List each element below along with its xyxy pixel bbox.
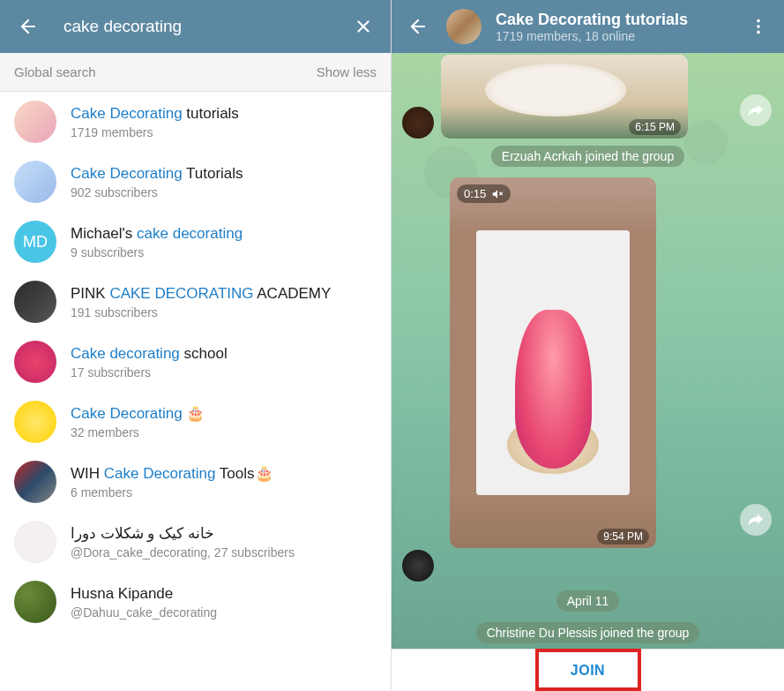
result-title: Husna Kipande bbox=[71, 584, 377, 604]
search-result-item[interactable]: Cake Decorating 🎂32 members bbox=[0, 392, 391, 452]
result-avatar bbox=[14, 161, 56, 203]
search-result-item[interactable]: MDMichael's cake decorating9 subscribers bbox=[0, 212, 391, 272]
result-title: Cake decorating school bbox=[71, 344, 377, 364]
result-subtitle: @Dahuu_cake_decorating bbox=[71, 605, 377, 620]
svg-point-1 bbox=[757, 25, 760, 28]
service-message: Christine Du Plessis joined the group bbox=[392, 617, 784, 649]
result-subtitle: @Dora_cake_decorating, 27 subscribers bbox=[71, 545, 377, 560]
join-button[interactable]: JOIN bbox=[571, 663, 605, 679]
search-result-item[interactable]: Cake Decorating Tutorials902 subscribers bbox=[0, 152, 391, 212]
result-subtitle: 902 subscribers bbox=[71, 185, 377, 199]
date-separator: April 11 bbox=[392, 585, 784, 617]
more-button[interactable] bbox=[745, 13, 772, 40]
result-title: WIH Cake Decorating Tools🎂 bbox=[71, 464, 377, 484]
result-text: Cake decorating school17 subscribers bbox=[71, 344, 377, 379]
result-subtitle: 1719 members bbox=[71, 125, 377, 139]
video-duration-badge: 0:15 bbox=[457, 184, 511, 203]
result-text: PINK CAKE DECORATING ACADEMY191 subscrib… bbox=[71, 284, 377, 319]
chat-avatar[interactable] bbox=[446, 9, 482, 44]
result-subtitle: 32 members bbox=[71, 425, 377, 439]
search-header bbox=[0, 0, 391, 53]
chat-body[interactable]: 6:15 PM Erzuah Acrkah joined the group 0… bbox=[392, 53, 784, 649]
result-title: Cake Decorating tutorials bbox=[71, 104, 377, 124]
result-avatar: MD bbox=[14, 221, 56, 263]
result-text: Cake Decorating 🎂32 members bbox=[71, 404, 377, 439]
show-less-link[interactable]: Show less bbox=[317, 64, 377, 79]
subheader-label: Global search bbox=[14, 64, 96, 79]
service-message: Erzuah Acrkah joined the group bbox=[392, 140, 784, 172]
close-icon bbox=[354, 17, 373, 36]
service-pill: Erzuah Acrkah joined the group bbox=[491, 146, 684, 167]
result-avatar bbox=[14, 341, 56, 383]
date-pill: April 11 bbox=[556, 590, 619, 612]
video-duration: 0:15 bbox=[464, 187, 486, 200]
svg-point-0 bbox=[757, 19, 760, 23]
result-text: WIH Cake Decorating Tools🎂6 members bbox=[71, 464, 377, 499]
chat-subtitle: 1719 members, 18 online bbox=[496, 29, 731, 43]
chat-header[interactable]: Cake Decorating tutorials 1719 members, … bbox=[392, 0, 784, 53]
result-title: Cake Decorating 🎂 bbox=[71, 404, 377, 424]
result-text: خانه کیک و شکلات دورا@Dora_cake_decorati… bbox=[71, 524, 377, 560]
arrow-left-icon bbox=[18, 16, 39, 37]
forward-button[interactable] bbox=[740, 504, 772, 536]
result-subtitle: 17 subscribers bbox=[71, 365, 377, 379]
search-result-item[interactable]: Cake Decorating tutorials1719 members bbox=[0, 92, 391, 152]
search-subheader: Global search Show less bbox=[0, 53, 391, 92]
message-row[interactable]: 6:15 PM bbox=[392, 53, 784, 140]
result-text: Husna Kipande@Dahuu_cake_decorating bbox=[71, 584, 377, 620]
search-result-item[interactable]: WIH Cake Decorating Tools🎂6 members bbox=[0, 452, 391, 512]
result-subtitle: 191 subscribers bbox=[71, 305, 377, 319]
message-time: 9:54 PM bbox=[597, 529, 649, 545]
result-title: Michael's cake decorating bbox=[71, 224, 377, 244]
result-title: خانه کیک و شکلات دورا bbox=[71, 524, 377, 544]
search-results[interactable]: Cake Decorating tutorials1719 membersCak… bbox=[0, 92, 391, 691]
message-row bbox=[392, 550, 784, 585]
message-time: 6:15 PM bbox=[629, 119, 681, 135]
forward-button[interactable] bbox=[740, 94, 772, 126]
sender-avatar[interactable] bbox=[402, 107, 434, 139]
bottom-action-bar: JOIN bbox=[392, 649, 784, 691]
chat-header-text[interactable]: Cake Decorating tutorials 1719 members, … bbox=[496, 11, 731, 43]
svg-point-2 bbox=[757, 31, 760, 34]
back-button[interactable] bbox=[14, 12, 42, 41]
sender-avatar[interactable] bbox=[402, 550, 434, 582]
result-avatar bbox=[14, 101, 56, 143]
message-row[interactable]: 0:15 9:54 PM bbox=[392, 172, 784, 550]
result-title: PINK CAKE DECORATING ACADEMY bbox=[71, 284, 377, 304]
result-text: Cake Decorating Tutorials902 subscribers bbox=[71, 164, 377, 199]
result-avatar bbox=[14, 521, 56, 563]
chat-panel: Cake Decorating tutorials 1719 members, … bbox=[392, 0, 784, 691]
search-result-item[interactable]: PINK CAKE DECORATING ACADEMY191 subscrib… bbox=[0, 272, 391, 332]
image-message-bubble[interactable]: 6:15 PM bbox=[441, 55, 688, 139]
result-text: Michael's cake decorating9 subscribers bbox=[71, 224, 377, 259]
video-message-bubble[interactable]: 0:15 9:54 PM bbox=[450, 177, 656, 548]
share-arrow-icon bbox=[747, 101, 765, 119]
share-arrow-icon bbox=[747, 511, 765, 529]
service-pill: Christine Du Plessis joined the group bbox=[476, 622, 700, 643]
search-result-item[interactable]: Cake decorating school17 subscribers bbox=[0, 332, 391, 392]
arrow-left-icon bbox=[407, 16, 429, 37]
result-avatar bbox=[14, 401, 56, 443]
clear-search-button[interactable] bbox=[350, 13, 377, 40]
chat-title: Cake Decorating tutorials bbox=[496, 11, 731, 29]
video-poster bbox=[476, 230, 630, 495]
result-text: Cake Decorating tutorials1719 members bbox=[71, 104, 377, 139]
search-result-item[interactable]: Husna Kipande@Dahuu_cake_decorating bbox=[0, 572, 391, 632]
result-avatar bbox=[14, 281, 56, 323]
search-input[interactable] bbox=[63, 17, 329, 36]
back-button[interactable] bbox=[404, 12, 432, 41]
search-result-item[interactable]: خانه کیک و شکلات دورا@Dora_cake_decorati… bbox=[0, 512, 391, 572]
muted-icon bbox=[491, 188, 504, 200]
result-subtitle: 6 members bbox=[71, 485, 377, 499]
search-panel: Global search Show less Cake Decorating … bbox=[0, 0, 392, 691]
result-avatar bbox=[14, 581, 56, 623]
result-avatar bbox=[14, 461, 56, 503]
result-subtitle: 9 subscribers bbox=[71, 245, 377, 259]
more-vertical-icon bbox=[749, 17, 768, 36]
result-title: Cake Decorating Tutorials bbox=[71, 164, 377, 184]
